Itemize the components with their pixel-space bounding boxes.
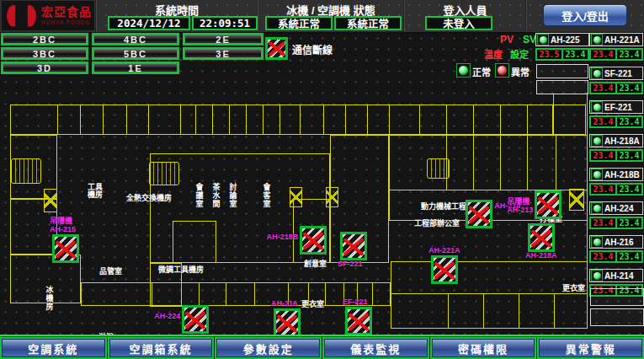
wall-divider (57, 104, 58, 135)
floor-button[interactable]: 3BC (1, 47, 88, 60)
wall-divider (483, 293, 484, 329)
temp-legend-label: 溫度 (484, 47, 503, 61)
wall-divider (103, 104, 104, 135)
marker-equipment-label: AH-218A (525, 252, 557, 260)
comm-loss-marker[interactable]: AH-218A (528, 223, 555, 252)
footer-menu-button[interactable]: 空調系統 (0, 337, 107, 359)
wall-divider (148, 104, 149, 135)
wall-divider (419, 104, 420, 135)
room-label: 會客室 (262, 183, 269, 210)
floor-button[interactable]: 4BC (92, 33, 179, 46)
marker-equipment-label: SF-221 (338, 260, 363, 269)
separator (525, 0, 527, 32)
unit-name-text: SF-221 (604, 69, 632, 78)
wall-divider (345, 104, 346, 135)
comm-loss-legend-label: 通信斷線 (292, 42, 333, 56)
marker-equipment-label: EF-221 (343, 298, 368, 307)
wall-divider (152, 282, 152, 306)
room-label-text: 全熱交換機房 (126, 194, 172, 202)
footer-menu-button[interactable]: 參數設定 (215, 337, 322, 359)
marker-equipment-label: 吊隱機AH-213 (507, 198, 533, 215)
wall-divider (195, 104, 196, 135)
wall-divider (367, 104, 368, 135)
footer-menu-button[interactable]: 密碼權限 (430, 337, 537, 359)
floor-button[interactable]: 1E (92, 62, 179, 74)
comm-loss-marker[interactable]: EF-221 (345, 307, 372, 335)
chiller-status-value: 系統正常 (265, 16, 333, 30)
room-label-text: 冰機房 (45, 286, 52, 311)
login-user-value: 未登入 (425, 16, 492, 30)
room-label: 創意室 (304, 260, 327, 268)
wall-divider (527, 135, 528, 190)
wall-segment (587, 93, 588, 261)
comm-loss-marker[interactable]: 吊隱機AH-213 (535, 190, 562, 219)
wall-divider (226, 282, 226, 306)
brand-text: 宏亞食品 HUNYA FOODS (41, 6, 92, 26)
floor-button[interactable]: 5BC (92, 47, 179, 60)
room-label-text: 茶水間 (211, 183, 219, 208)
floor-button[interactable]: 2E (183, 33, 263, 46)
ahu-unit-name-row: AH-225 (535, 33, 589, 46)
room-label: 冰機房 (45, 286, 52, 313)
footer-menu-button[interactable]: 空調箱系統 (108, 337, 215, 359)
floor-button[interactable]: 3E (183, 47, 263, 60)
comm-loss-marker[interactable]: AH-218B (300, 226, 327, 255)
stairs-icon (149, 162, 179, 185)
comm-loss-marker[interactable]: AH-221A (431, 255, 458, 284)
floor-button[interactable]: 3D (1, 62, 88, 74)
footer-menu-button[interactable]: 儀表監視 (322, 337, 429, 359)
login-logout-button[interactable]: 登入/登出 (543, 4, 627, 26)
disconnect-x-icon (182, 305, 209, 334)
footer-menu-button[interactable]: 異常警報 (537, 337, 644, 359)
disconnect-x-icon (274, 308, 301, 337)
comm-loss-marker[interactable]: AH-224 (182, 305, 209, 334)
disconnect-x-icon (265, 37, 288, 60)
ahu-unit[interactable]: AH-225 23.5 23.4 (535, 33, 589, 61)
unit-name-text: AH-225 (551, 35, 579, 45)
floor-button[interactable]: 2BC (1, 33, 88, 46)
unit-temps: 23.4 23.4 (589, 48, 643, 61)
set-legend-label: 設定 (510, 47, 529, 61)
wall-divider (473, 135, 474, 190)
stairs-icon (427, 158, 450, 179)
wall-divider (229, 104, 230, 135)
room-label-text: 工程部辦公室 (414, 219, 460, 228)
brand-name-en: HUNYA FOODS (41, 20, 92, 26)
marker-equipment-label: 吊隱機AH-215 (50, 217, 76, 234)
normal-legend-label: 正常 (472, 65, 491, 78)
comm-loss-marker[interactable]: SF-221 (340, 232, 367, 260)
room-label: 全熱交換機房 (126, 195, 172, 202)
disconnect-x-icon (431, 255, 458, 284)
disconnect-x-icon (535, 190, 562, 219)
room-label-lines: 工具機房 (88, 184, 103, 200)
empty-unit-slot (536, 64, 588, 78)
room-label: 微調工具機房 (158, 266, 204, 274)
wall-divider (263, 104, 263, 135)
disconnect-x-icon (466, 200, 492, 228)
ahu-column-left: AH-225 23.5 23.4 (535, 33, 589, 67)
ahu-status-value: 系統正常 (334, 16, 402, 30)
system-time-value: 22:09:51 (192, 16, 258, 30)
unit-temps: 23.5 23.4 (535, 48, 589, 61)
comm-loss-marker[interactable]: 吊隱機AH-215 (52, 234, 79, 263)
wall-divider (325, 282, 326, 306)
disconnect-x-icon (345, 307, 372, 335)
floor-select-grid: 2BC 4BC 2E 3BC 5BC 3E 3D 1E (1, 33, 267, 74)
comm-loss-marker[interactable]: AH-216 (274, 308, 301, 337)
wall-segment (173, 221, 216, 263)
unit-sv-value: 23.4 (563, 50, 588, 59)
wall-divider (500, 135, 501, 190)
wall-divider (500, 104, 501, 135)
room-label-text: 會議室 (194, 183, 202, 208)
wall-divider (279, 104, 280, 135)
room-label: 工具機房 (88, 184, 103, 200)
comm-loss-marker[interactable]: AH-214 (466, 200, 492, 228)
room-label: 更衣室 (562, 285, 585, 292)
marker-equipment-label: AH-224 (154, 313, 180, 321)
wall-divider (199, 282, 200, 306)
ahu-unit[interactable]: AH-221A 23.4 23.4 (589, 33, 643, 61)
wall-segment (553, 94, 554, 135)
wall-divider (389, 104, 390, 135)
disconnect-x-icon (300, 226, 327, 255)
wall-divider (527, 104, 528, 135)
